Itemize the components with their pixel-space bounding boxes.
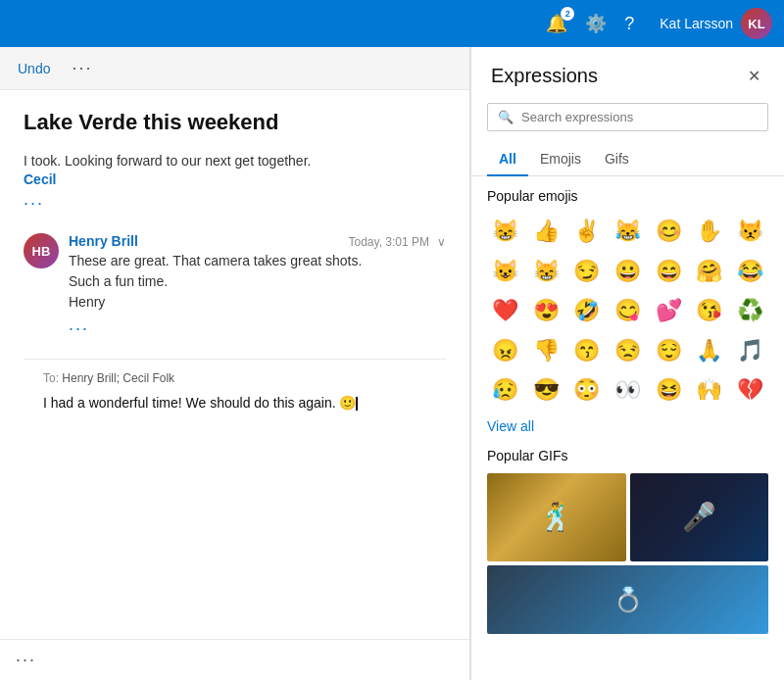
bottom-toolbar: ···	[0, 639, 469, 680]
gif-performer-icon: 🎤	[682, 501, 716, 533]
undo-button[interactable]: Undo	[12, 57, 56, 80]
gif-item-2[interactable]: 🎤	[630, 473, 769, 561]
expand-icon-2[interactable]: ∨	[437, 235, 446, 249]
emoji-3[interactable]: ✌️	[568, 214, 606, 250]
help-icon[interactable]: ?	[624, 14, 634, 34]
view-all-link[interactable]: View all	[487, 418, 768, 434]
main-content: Undo ··· Lake Verde this weekend I took.…	[0, 47, 784, 680]
gif-rings-icon: 💍	[613, 586, 643, 613]
gif-person-icon: 🕺	[539, 501, 573, 533]
popular-emojis-title: Popular emojis	[487, 188, 768, 204]
emoji-9[interactable]: 😸	[528, 254, 565, 290]
expressions-body: Popular emojis 😸 👍 ✌️ 😹 😊 ✋ 😾 😺 😸 😏 😀 😄 …	[471, 176, 784, 680]
emoji-20[interactable]: 😘	[691, 293, 728, 329]
emoji-27[interactable]: 🙏	[691, 333, 728, 369]
sender-name-2: Henry Brill	[69, 233, 138, 249]
message-text-2a: These are great. That camera takes great…	[69, 251, 446, 271]
emoji-29[interactable]: 😥	[487, 372, 524, 409]
email-toolbar: Undo ···	[0, 47, 469, 90]
message-block-2: HB Henry Brill Today, 3:01 PM ∨ These ar…	[24, 233, 446, 339]
gif-grid: 🕺 🎤 💍	[487, 473, 768, 634]
emoji-34[interactable]: 🙌	[691, 372, 728, 409]
emoji-33[interactable]: 😆	[650, 372, 687, 409]
message-header-2: Henry Brill Today, 3:01 PM ∨	[69, 233, 446, 251]
emoji-23[interactable]: 👎	[528, 333, 565, 369]
reply-text[interactable]: I had a wonderful time! We should do thi…	[43, 393, 426, 413]
gif-item-1[interactable]: 🕺	[487, 473, 626, 561]
email-subject: Lake Verde this weekend	[24, 110, 446, 135]
message-text-2b: Such a fun time.	[69, 271, 446, 292]
emoji-12[interactable]: 😄	[650, 254, 687, 290]
expressions-panel: Expressions ✕ 🔍 All Emojis Gifs Popular …	[470, 47, 784, 680]
reply-to-line: To: Henry Brill; Cecil Folk	[43, 371, 426, 385]
email-content: Lake Verde this weekend I took. Looking …	[0, 90, 469, 639]
emoji-7[interactable]: 😾	[731, 214, 768, 250]
emoji-11[interactable]: 😀	[610, 254, 647, 290]
bottom-more-button[interactable]: ···	[16, 650, 36, 670]
tab-gifs[interactable]: Gifs	[593, 143, 641, 176]
sender-name-1: Cecil	[24, 171, 446, 187]
emoji-25[interactable]: 😒	[610, 333, 647, 369]
search-box[interactable]: 🔍	[487, 103, 768, 131]
emoji-10[interactable]: 😏	[568, 254, 606, 290]
reply-area: To: Henry Brill; Cecil Folk I had a wond…	[24, 359, 446, 425]
reply-to-recipients: Henry Brill; Cecil Folk	[62, 371, 174, 385]
left-panel: Undo ··· Lake Verde this weekend I took.…	[0, 47, 470, 680]
emoji-32[interactable]: 👀	[610, 372, 647, 409]
emoji-18[interactable]: 😋	[610, 293, 647, 329]
emoji-13[interactable]: 🤗	[691, 254, 728, 290]
emoji-2[interactable]: 👍	[528, 214, 565, 250]
emoji-21[interactable]: ♻️	[731, 293, 768, 329]
expressions-header: Expressions ✕	[471, 47, 784, 97]
emoji-grid: 😸 👍 ✌️ 😹 😊 ✋ 😾 😺 😸 😏 😀 😄 🤗 😂 ❤️ 😍 🤣 😋 💕	[487, 214, 768, 409]
reply-to-label: To:	[43, 371, 59, 385]
close-expressions-button[interactable]: ✕	[744, 63, 764, 89]
emoji-6[interactable]: ✋	[691, 214, 728, 250]
popular-gifs-title: Popular GIFs	[487, 448, 768, 463]
expressions-title: Expressions	[491, 65, 598, 87]
tab-emojis[interactable]: Emojis	[528, 143, 593, 176]
reply-text-content: I had a wonderful time! We should do thi…	[43, 395, 356, 411]
text-cursor	[356, 397, 358, 411]
emoji-24[interactable]: 😙	[568, 333, 606, 369]
search-input[interactable]	[521, 110, 758, 124]
top-bar: 🔔 2 ⚙️ ? Kat Larsson KL	[0, 0, 784, 47]
notification-badge: 2	[561, 7, 574, 21]
emoji-16[interactable]: 😍	[528, 293, 565, 329]
message-1-more[interactable]: ···	[24, 193, 446, 214]
emoji-14[interactable]: 😂	[731, 254, 768, 290]
message-block-1: I took. Looking forward to our next get …	[24, 151, 446, 214]
emoji-1[interactable]: 😸	[487, 214, 524, 250]
user-section[interactable]: Kat Larsson KL	[660, 8, 772, 39]
emoji-28[interactable]: 🎵	[731, 333, 768, 369]
emoji-5[interactable]: 😊	[650, 214, 687, 250]
emoji-8[interactable]: 😺	[487, 254, 524, 290]
emoji-30[interactable]: 😎	[528, 372, 565, 409]
gif-item-3[interactable]: 💍	[487, 565, 768, 634]
message-body-2: Henry Brill Today, 3:01 PM ∨ These are g…	[69, 233, 446, 339]
emoji-22[interactable]: 😠	[487, 333, 524, 369]
user-name: Kat Larsson	[660, 16, 733, 31]
emoji-31[interactable]: 😳	[568, 372, 606, 409]
message-2-more[interactable]: ···	[69, 318, 446, 339]
toolbar-more-button[interactable]: ···	[68, 54, 96, 82]
message-time-2: Today, 3:01 PM	[349, 235, 430, 249]
message-text-1: I took. Looking forward to our next get …	[24, 151, 446, 171]
tab-all[interactable]: All	[487, 143, 528, 176]
avatar-image: KL	[741, 8, 772, 39]
notification-icon[interactable]: 🔔 2	[546, 13, 567, 34]
search-icon: 🔍	[498, 110, 514, 124]
emoji-4[interactable]: 😹	[610, 214, 647, 250]
top-bar-icons: 🔔 2 ⚙️ ? Kat Larsson KL	[546, 8, 772, 39]
henry-avatar: HB	[24, 233, 59, 268]
emoji-19[interactable]: 💕	[650, 293, 687, 329]
emoji-26[interactable]: 😌	[650, 333, 687, 369]
emoji-15[interactable]: ❤️	[487, 293, 524, 329]
settings-icon[interactable]: ⚙️	[585, 13, 607, 34]
expression-tabs: All Emojis Gifs	[471, 143, 784, 176]
emoji-17[interactable]: 🤣	[568, 293, 606, 329]
emoji-35[interactable]: 💔	[731, 372, 768, 409]
avatar[interactable]: KL	[741, 8, 772, 39]
message-sign-2: Henry	[69, 292, 446, 313]
